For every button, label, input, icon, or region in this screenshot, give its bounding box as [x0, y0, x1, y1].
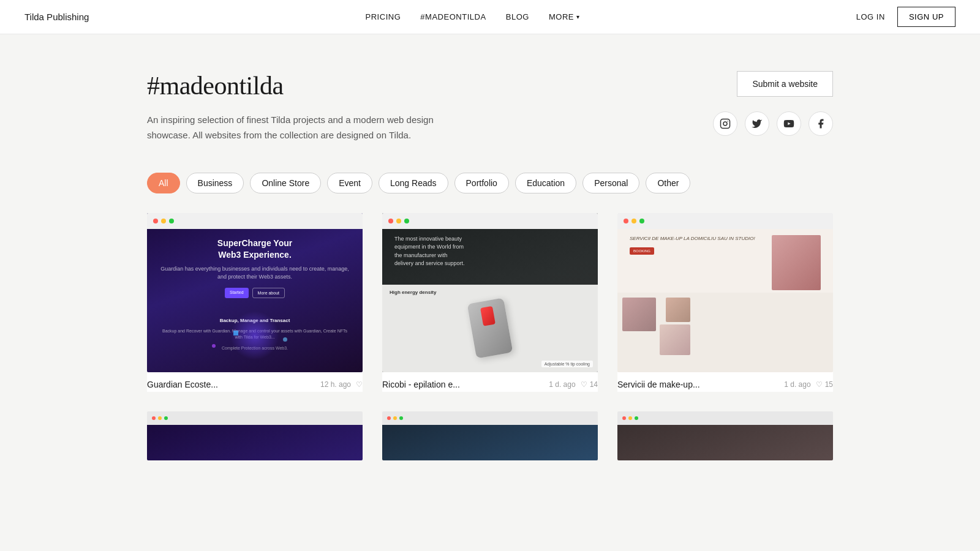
browser-dot-green: [169, 219, 174, 223]
hero-right: Submit a website: [713, 71, 833, 136]
stub-dot-8: [628, 416, 632, 420]
card-ricobi-info: 1 d. ago ♡ 14: [549, 380, 598, 389]
card-ricobi-thumb: The most innovative beauty equipment in …: [382, 213, 598, 372]
stub-dot-3: [164, 416, 168, 420]
card-1-buttons: Started More about: [159, 288, 350, 298]
stub-dot-2: [158, 416, 162, 420]
card-ricobi-like-count: 14: [590, 380, 598, 389]
stub-bar-1: [147, 411, 363, 425]
card-servicii-like-count: 15: [825, 380, 833, 389]
card-stub-1[interactable]: [147, 411, 363, 460]
stub-bar-2: [382, 411, 598, 425]
main-content: #madeontilda An inspiring selection of f…: [123, 34, 858, 485]
card-servicii-info: 1 d. ago ♡ 15: [784, 380, 833, 389]
filter-event[interactable]: Event: [327, 173, 372, 193]
nav-item-blog[interactable]: BLOG: [506, 12, 529, 21]
card-3-cta-btn: BOOKING: [630, 247, 654, 255]
svg-rect-0: [721, 119, 730, 129]
facebook-icon[interactable]: [809, 111, 833, 136]
filter-education[interactable]: Education: [515, 173, 576, 193]
login-button[interactable]: LOG IN: [856, 12, 885, 21]
card-grid: SuperCharge Your Web3 Experience. Guardi…: [147, 213, 833, 392]
card-servicii-likes: ♡ 15: [816, 380, 833, 389]
submit-website-button[interactable]: Submit a website: [737, 71, 833, 97]
instagram-icon[interactable]: [713, 111, 737, 136]
card-ricobi[interactable]: The most innovative beauty equipment in …: [382, 213, 598, 392]
card-guardian[interactable]: SuperCharge Your Web3 Experience. Guardi…: [147, 213, 363, 392]
filter-long-reads[interactable]: Long Reads: [379, 173, 448, 193]
card-guardian-meta: Guardian Ecoste... 12 h. ago ♡: [147, 372, 363, 392]
nav-logo[interactable]: Tilda Publishing: [24, 12, 89, 22]
heart-icon[interactable]: ♡: [356, 380, 363, 389]
youtube-icon[interactable]: [777, 111, 801, 136]
card-servicii-meta: Servicii de make-up... 1 d. ago ♡ 15: [617, 372, 833, 392]
browser-dot-red-2: [388, 219, 393, 223]
card-3-photo-1: [622, 298, 656, 331]
navbar: Tilda Publishing PRICING #MADEONTILDA BL…: [0, 0, 980, 34]
nav-auth: LOG IN SIGN UP: [856, 7, 956, 27]
card-1-glow-effect: [230, 311, 279, 360]
filter-tags: All Business Online Store Event Long Rea…: [147, 173, 833, 193]
signup-button[interactable]: SIGN UP: [897, 7, 956, 27]
heart-icon-3[interactable]: ♡: [816, 380, 823, 389]
card-stub-3[interactable]: [617, 411, 833, 460]
browser-dot-green-2: [404, 219, 409, 223]
nav-item-more[interactable]: MORE ▾: [549, 12, 580, 21]
card-1-more-btn: More about: [252, 288, 285, 298]
card-3-photo-3: [660, 324, 690, 355]
stub-dot-6: [399, 416, 403, 420]
stub-dot-1: [152, 416, 156, 420]
card-servicii-title: Servicii de make-up...: [617, 380, 700, 389]
hero-description: An inspiring selection of finest Tilda p…: [147, 113, 441, 143]
browser-dot-red: [153, 219, 158, 223]
card-servicii[interactable]: SERVICII DE MAKE-UP LA DOMICILIU SAU IN …: [617, 213, 833, 392]
filter-all[interactable]: All: [147, 173, 180, 193]
stub-content-2: [382, 425, 598, 460]
hero-left: #madeontilda An inspiring selection of f…: [147, 71, 713, 143]
filter-other[interactable]: Other: [646, 173, 690, 193]
card-2-headline: The most innovative beauty equipment in …: [394, 235, 468, 268]
svg-point-2: [727, 121, 728, 122]
card-servicii-time: 1 d. ago: [784, 380, 810, 389]
browser-bar-2: [382, 213, 598, 229]
card-1-headline: SuperCharge Your Web3 Experience.: [159, 238, 350, 261]
card-2-section-label: High energy density: [390, 290, 436, 295]
card-guardian-info: 12 h. ago ♡: [320, 380, 363, 389]
nav-item-madeontilda[interactable]: #MADEONTILDA: [420, 12, 486, 21]
stub-dot-7: [622, 416, 626, 420]
decoration-dot-1: [233, 331, 238, 335]
browser-bar-1: [147, 213, 363, 229]
card-grid-row2: [147, 411, 833, 460]
filter-online-store[interactable]: Online Store: [250, 173, 321, 193]
card-ricobi-time: 1 d. ago: [549, 380, 575, 389]
card-stub-1-inner: [147, 411, 363, 460]
card-stub-2[interactable]: [382, 411, 598, 460]
hero-section: #madeontilda An inspiring selection of f…: [147, 71, 833, 143]
card-stub-3-inner: [617, 411, 833, 460]
card-2-feature-tag: Adjustable % tip cooling: [541, 361, 593, 367]
page-title: #madeontilda: [147, 71, 713, 100]
twitter-icon[interactable]: [745, 111, 769, 136]
nav-item-pricing[interactable]: PRICING: [366, 12, 401, 21]
card-3-photo-group: [660, 298, 690, 367]
browser-dot-red-3: [624, 219, 628, 223]
browser-dot-yellow-3: [631, 219, 636, 223]
browser-dot-yellow-2: [396, 219, 401, 223]
filter-personal[interactable]: Personal: [582, 173, 639, 193]
filter-portfolio[interactable]: Portfolio: [454, 173, 509, 193]
heart-icon-2[interactable]: ♡: [581, 380, 587, 389]
card-ricobi-likes: ♡ 14: [581, 380, 598, 389]
stub-dot-4: [387, 416, 391, 420]
stub-bar-3: [617, 411, 833, 425]
stub-dot-5: [393, 416, 397, 420]
filter-business[interactable]: Business: [186, 173, 244, 193]
card-3-gallery: [617, 293, 833, 372]
card-2-device-image: [467, 298, 513, 358]
social-icons: [713, 111, 833, 136]
card-ricobi-meta: Ricobi - epilation e... 1 d. ago ♡ 14: [382, 372, 598, 392]
card-1-background: SuperCharge Your Web3 Experience. Guardi…: [147, 213, 363, 372]
card-guardian-thumb: SuperCharge Your Web3 Experience. Guardi…: [147, 213, 363, 372]
card-servicii-thumb: SERVICII DE MAKE-UP LA DOMICILIU SAU IN …: [617, 213, 833, 372]
card-3-background: SERVICII DE MAKE-UP LA DOMICILIU SAU IN …: [617, 213, 833, 372]
stub-content-1: [147, 425, 363, 460]
